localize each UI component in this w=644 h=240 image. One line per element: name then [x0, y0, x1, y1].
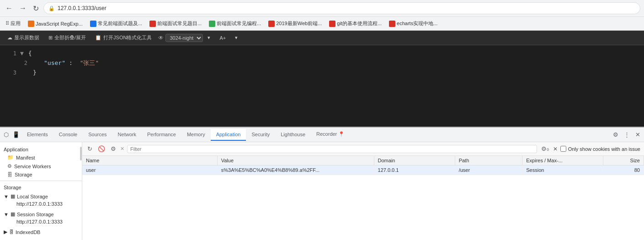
sidebar-item-manifest[interactable]: 📁 Manifest — [0, 153, 82, 162]
local-storage-icon: ▦ — [11, 193, 15, 199]
reload-button[interactable]: ↻ — [31, 2, 41, 15]
json-content: 1 ▼ { 2 "user" : "张三" 3 } — [0, 45, 644, 81]
local-storage-group: ▼ ▦ Local Storage http://127.0.0.1:3333 — [0, 191, 82, 209]
json-open-brace: { — [28, 49, 32, 59]
indexeddb-toggle[interactable]: ▶ 🗄 IndexedDB — [4, 228, 78, 236]
tab-elements[interactable]: Elements — [21, 129, 53, 141]
fold-expand-button[interactable]: ⊞ 全部折叠/展开 — [46, 33, 89, 42]
eye-icon: 👁 — [158, 35, 164, 41]
inspect-element-button[interactable]: ⬡ — [2, 129, 11, 140]
back-button[interactable]: ← — [4, 2, 15, 14]
filter-icon-button[interactable]: ⚙ — [109, 144, 117, 154]
session-storage-toggle[interactable]: ▼ ▦ Session Storage — [4, 210, 78, 218]
bookmark-4[interactable]: 前端面试常见编程... — [206, 19, 264, 28]
open-tool-button[interactable]: 📋 打开JSON格式化工具 — [92, 33, 154, 42]
session-storage-label: Session Storage — [17, 212, 54, 217]
url-display: 127.0.0.1:3333/user — [58, 5, 106, 11]
app-section-title: Application — [0, 145, 82, 153]
bookmark-1[interactable]: JavaScript RegExp... — [25, 20, 85, 28]
bookmark-6[interactable]: git的基本使用流程... — [326, 19, 384, 28]
only-issues-checkbox[interactable] — [560, 146, 566, 152]
cloud-icon: ☁ — [7, 35, 12, 41]
bookmark-2[interactable]: 常见前端面试题及... — [87, 19, 145, 28]
local-storage-expand-icon: ▼ — [4, 194, 9, 199]
bookmark-3[interactable]: 前端面试常见题目... — [147, 19, 204, 28]
open-tool-label: 打开JSON格式化工具 — [103, 34, 152, 41]
device-toolbar-button[interactable]: 📱 — [11, 129, 21, 140]
forward-button[interactable]: → — [17, 2, 28, 14]
json-value-user: "张三" — [80, 59, 99, 68]
bookmark-5[interactable]: 2019最新Web前端... — [266, 19, 325, 28]
tab-lighthouse[interactable]: Lighthouse — [275, 129, 311, 141]
refresh-cookies-button[interactable]: ↻ — [86, 144, 94, 154]
json-line-1: 1 ▼ { — [7, 49, 637, 59]
json-viewer: ☁ 显示原数据 ⊞ 全部折叠/展开 📋 打开JSON格式化工具 👁 3024-n… — [0, 31, 644, 127]
tab-sources[interactable]: Sources — [83, 129, 112, 141]
gear-icon: ⚙ — [7, 163, 12, 169]
close-devtools-button[interactable]: ✕ — [633, 129, 642, 140]
filter-input[interactable] — [127, 145, 537, 153]
tab-console[interactable]: Console — [53, 129, 83, 141]
tab-memory[interactable]: Memory — [181, 129, 211, 141]
session-storage-expand-icon: ▼ — [4, 212, 9, 217]
service-workers-label: Service Workers — [14, 164, 51, 169]
cell-name: user — [82, 165, 217, 175]
local-storage-toggle[interactable]: ▼ ▦ Local Storage — [4, 192, 78, 200]
bookmark-label-4: 前端面试常见编程... — [217, 20, 261, 27]
sidebar-item-storage[interactable]: 🗄 Storage — [0, 171, 82, 179]
apps-label: 应用 — [11, 20, 21, 27]
font-size-button[interactable]: A+ — [217, 34, 229, 42]
col-header-expires: Expires / Max-... — [522, 156, 603, 165]
show-raw-button[interactable]: ☁ 显示原数据 — [5, 33, 42, 42]
font-size-dropdown-button[interactable]: ▾ — [232, 34, 240, 42]
bookmarks-apps[interactable]: ⠿ 应用 — [3, 19, 23, 28]
tab-application[interactable]: Application — [211, 129, 246, 141]
table-header: Name Value Domain Path Expires / Max-...… — [82, 156, 644, 165]
col-header-domain: Domain — [374, 156, 455, 165]
session-storage-url[interactable]: http://127.0.0.1:3333 — [4, 218, 78, 225]
session-storage-group: ▼ ▦ Session Storage http://127.0.0.1:333… — [0, 209, 82, 227]
theme-dropdown-button[interactable]: ▾ — [205, 34, 213, 42]
more-tools-button[interactable]: ⋮ — [622, 129, 632, 140]
json-toggle-1[interactable]: ▼ — [20, 49, 24, 59]
content-toolbar: ↻ 🚫 ⚙ ✕ ⚙₀ ✕ Only show cookies with an i… — [82, 142, 644, 156]
theme-select[interactable]: 3024-night — [165, 34, 203, 42]
tool-icon: 📋 — [95, 35, 101, 41]
col-header-name: Name — [82, 156, 217, 165]
fold-expand-label: 全部折叠/展开 — [54, 34, 86, 41]
address-bar[interactable]: 🔒 127.0.0.1:3333/user — [43, 2, 640, 14]
indexeddb-icon: 🗄 — [9, 229, 14, 235]
table-body: users%3A%E5%BC%A0%E4%B8%89.a%2FF...127.0… — [82, 165, 644, 175]
json-key-user: "user" — [44, 59, 65, 68]
sidebar-scrollbar[interactable] — [80, 147, 82, 160]
bookmark-7[interactable]: echarts实现中地... — [386, 19, 440, 28]
filter-settings-button[interactable]: ⚙₀ — [540, 144, 550, 154]
settings-button[interactable]: ⚙ — [611, 129, 620, 140]
cell-size: 80 — [603, 165, 644, 175]
tab-security[interactable]: Security — [246, 129, 275, 141]
bookmark-label-1: JavaScript RegExp... — [36, 21, 83, 27]
line-num-3: 3 — [7, 69, 16, 77]
filter-separator: ✕ — [120, 146, 124, 152]
clear-cookies-button[interactable]: 🚫 — [96, 144, 106, 154]
cookies-table: Name Value Domain Path Expires / Max-...… — [82, 156, 644, 240]
tab-network[interactable]: Network — [112, 129, 142, 141]
bookmarks-bar: ⠿ 应用 JavaScript RegExp... 常见前端面试题及... 前端… — [0, 16, 644, 30]
json-line-2: 2 "user" : "张三" — [7, 59, 637, 68]
sidebar-item-service-workers[interactable]: ⚙ Service Workers — [0, 162, 82, 171]
bookmark-icon-2 — [90, 21, 96, 27]
devtools-panel: ⬡ 📱 Elements Console Sources Network Per… — [0, 127, 644, 240]
bookmark-icon-5 — [268, 21, 275, 27]
tab-performance[interactable]: Performance — [142, 129, 181, 141]
bookmark-label-7: echarts实现中地... — [397, 20, 437, 27]
bookmark-icon-6 — [329, 21, 335, 27]
tab-recorder[interactable]: Recorder 📍 — [311, 128, 350, 141]
local-storage-url[interactable]: http://127.0.0.1:3333 — [4, 200, 78, 208]
table-row[interactable]: users%3A%E5%BC%A0%E4%B8%89.a%2FF...127.0… — [82, 165, 644, 175]
filter-clear-button[interactable]: ✕ — [553, 146, 558, 152]
cell-path: /user — [455, 165, 522, 175]
col-header-path: Path — [455, 156, 522, 165]
bookmark-icon-1 — [28, 21, 34, 27]
bookmark-label-3: 前端面试常见题目... — [157, 20, 202, 27]
json-line-3: 3 } — [7, 68, 637, 78]
